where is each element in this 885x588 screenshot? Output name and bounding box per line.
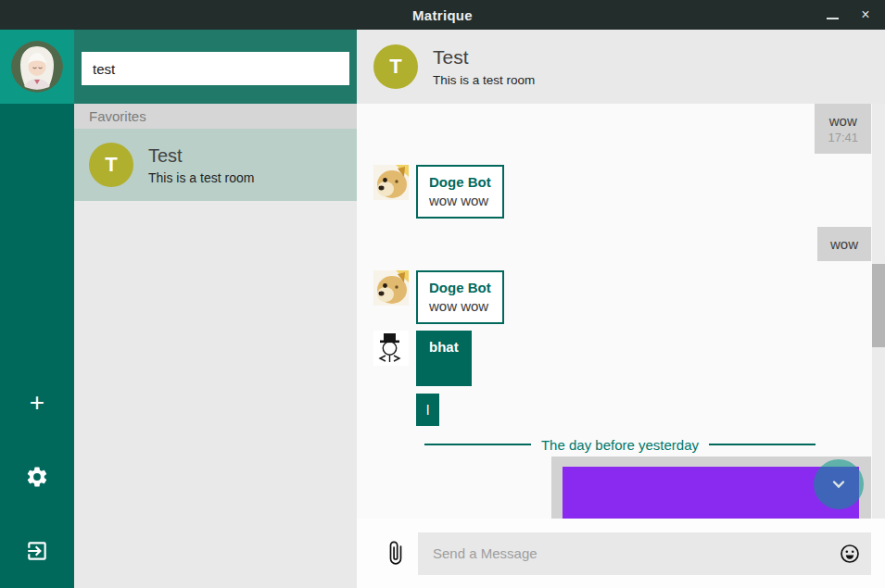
message-text: wow — [828, 113, 858, 129]
section-header-favorites: Favorites — [74, 104, 357, 129]
date-divider: The day before yesterday — [424, 437, 815, 452]
app-body: + Favorites T Test This i — [0, 30, 885, 588]
room-topic: This is a test room — [148, 170, 254, 185]
message-sender: Doge Bot — [429, 279, 491, 297]
message-row: bhat — [373, 331, 885, 386]
search-block — [74, 30, 357, 104]
message-sender: Doge Bot — [429, 173, 491, 192]
minimize-button[interactable] — [822, 5, 842, 25]
divider-line — [424, 444, 531, 445]
chat-title: Test — [433, 46, 535, 69]
logout-icon — [25, 539, 49, 563]
message-bubble-received: bhat — [416, 331, 472, 386]
chat-room-avatar: T — [373, 44, 418, 89]
message-timestamp: 17:41 — [828, 131, 858, 144]
room-texts: Test This is a test room — [148, 145, 254, 185]
composer-field — [418, 532, 871, 575]
room-name: Test — [148, 145, 254, 167]
user-avatar[interactable] — [11, 41, 63, 93]
message-bubble-sent: wow 17:41 — [815, 104, 871, 154]
doge-bot-avatar — [373, 165, 409, 200]
chevron-down-icon — [826, 471, 852, 497]
divider-line — [709, 444, 815, 445]
emoji-smiley-icon — [840, 544, 860, 564]
chat-scrollbar-thumb[interactable] — [872, 264, 885, 347]
divider-label: The day before yesterday — [541, 437, 699, 453]
settings-button[interactable] — [0, 457, 74, 497]
attach-file-button[interactable] — [385, 539, 407, 569]
search-input[interactable] — [82, 52, 349, 85]
paperclip-icon — [386, 540, 406, 568]
message-bubble-received: Doge Bot wow wow — [416, 165, 504, 219]
window-title: Matrique — [412, 7, 473, 23]
message-text: wow wow — [429, 192, 491, 210]
message-bubble-received: Doge Bot wow wow — [416, 270, 504, 324]
chat-body: wow 17:41 — [357, 104, 885, 588]
chat-subtitle: This is a test room — [433, 73, 535, 87]
gear-icon — [25, 465, 49, 489]
emoji-button[interactable] — [840, 544, 860, 564]
minimize-icon — [827, 18, 839, 19]
message-row: Doge Bot wow wow — [373, 165, 885, 219]
doge-avatar-image — [373, 165, 409, 200]
message-row: Doge Bot wow wow — [373, 270, 885, 324]
room-list-empty-area — [74, 201, 357, 588]
user-avatar-block — [0, 30, 74, 104]
left-rail: + — [0, 30, 74, 588]
logout-button[interactable] — [0, 531, 74, 571]
message-bubble-own: l — [416, 394, 439, 426]
chat-panel: T Test This is a test room wow 17:41 — [357, 30, 885, 588]
room-avatar: T — [89, 143, 133, 187]
doge-bot-avatar — [373, 270, 409, 306]
message-input[interactable] — [418, 532, 871, 575]
message-list: wow 17:41 — [357, 104, 885, 519]
scroll-to-bottom-button[interactable] — [814, 459, 864, 509]
message-text: wow wow — [429, 297, 491, 316]
close-button[interactable]: × — [855, 5, 876, 25]
bhat-avatar-image — [373, 331, 409, 366]
chat-scrollbar-track[interactable] — [872, 104, 885, 519]
add-room-button[interactable]: + — [0, 382, 74, 423]
chat-header-texts: Test This is a test room — [433, 46, 535, 87]
app-window: Matrique × — [0, 0, 885, 588]
chat-header: T Test This is a test room — [357, 30, 885, 104]
message-bubble-sent: wow — [817, 227, 871, 261]
composer-bar — [357, 519, 885, 588]
window-controls: × — [822, 0, 876, 30]
room-list-panel: Favorites T Test This is a test room — [74, 30, 357, 588]
user-avatar-image — [11, 41, 63, 93]
message-sender: bhat — [429, 338, 459, 357]
message-text: wow — [830, 236, 858, 252]
room-list-item-test[interactable]: T Test This is a test room — [74, 129, 357, 201]
titlebar: Matrique × — [0, 0, 885, 30]
doge-avatar-image — [373, 270, 409, 306]
bhat-avatar — [373, 331, 409, 366]
